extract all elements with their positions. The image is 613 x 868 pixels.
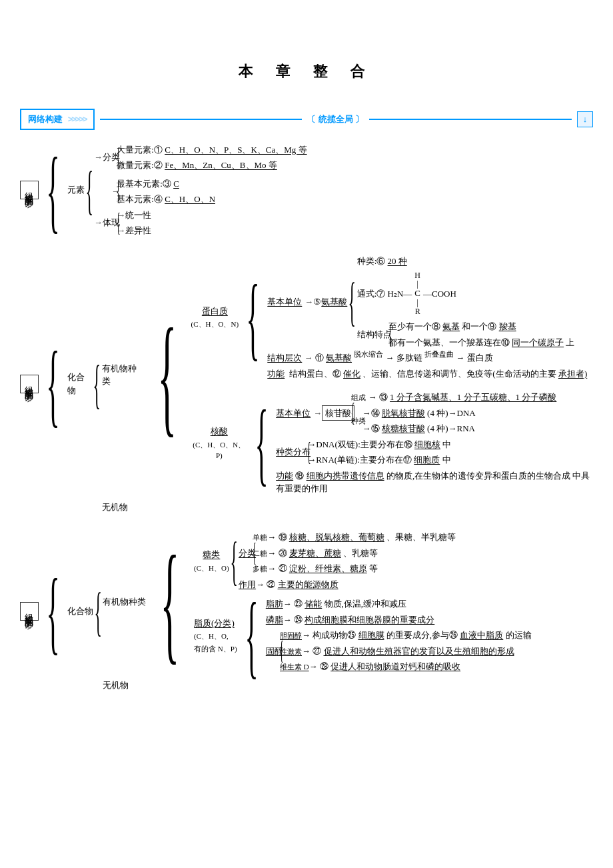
nfn: ⑱	[295, 471, 304, 481]
ntc-num: ⑬	[379, 392, 388, 402]
di-val: 麦芽糖、蔗糖	[289, 548, 341, 558]
chol-t1: 构成动物㉕	[312, 630, 356, 640]
fat-lbl: 脂肪	[266, 599, 283, 609]
levels-num: ⑪	[315, 353, 324, 363]
mono-num: ⑲	[279, 532, 287, 542]
ntc-val: 1 分子含氮碱基、1 分子五碳糖、1 分子磷酸	[390, 392, 556, 402]
ft3: 承担者)	[558, 369, 587, 379]
struct-label: 结构特点	[357, 328, 392, 341]
sl2c: 上	[566, 337, 574, 347]
nt-label: 核苷酸	[322, 405, 354, 421]
protein-label: 蛋白质	[191, 305, 239, 318]
sl1d: 羧基	[499, 321, 516, 331]
vitd-num: ㉘	[320, 661, 328, 671]
sl1b: 氨基	[442, 321, 460, 331]
lvl-a1: 脱水缩合	[354, 350, 383, 358]
lipid-elem2: 有的含 N、P)	[194, 643, 237, 655]
row-nfunc: 功能 ⑱ 细胞内携带遗传信息 的物质,在生物体的遗传变异和蛋白质的生物合成 中具…	[276, 469, 593, 495]
phos-num: ㉔	[294, 615, 303, 625]
vitd-val: 促进人和动物肠道对钙和磷的吸收	[330, 661, 460, 671]
formula-left: H₂N	[388, 287, 404, 301]
most-basic-val: C	[173, 179, 179, 189]
ntk1n: ⑭	[371, 408, 380, 418]
micro-val: Fe、Mn、Zn、Cu、B、Mo 等	[165, 160, 277, 170]
label-elements: 元素	[67, 183, 85, 197]
ddv: 细胞核	[414, 439, 440, 449]
row-phos: 磷脂→ ㉔ 构成细胞膜和细胞器膜的重要成分	[266, 613, 532, 627]
poly-val: 淀粉、纤维素、糖原	[289, 563, 367, 573]
row-vitd: 维生素 D→ ㉘ 促进人和动物肠道对钙和磷的吸收	[280, 660, 532, 673]
root-box-2: 组成细胞的分子	[20, 375, 39, 393]
dist-label: 种类分布	[276, 445, 310, 459]
row-sugar-func: 作用→ ㉒ 主要的能源物质	[239, 578, 456, 591]
row-macro: 大量元素:① C、H、O、N、P、S、K、Ca、Mg 等	[117, 143, 306, 157]
sugar-label: 糖类	[194, 548, 229, 561]
row-diff: →差异性	[117, 224, 151, 237]
chol-t2u: 血液中脂质	[460, 630, 503, 640]
row-nt-comp: 组成 → ⑬ 1 分子含氮碱基、1 分子五碳糖、1 分子磷酸	[351, 391, 556, 404]
root-box: 组成细胞的分子	[20, 181, 39, 199]
poly-tail: 等	[369, 563, 378, 573]
basic-val: C、H、O、N	[165, 194, 215, 204]
ntk1t: (4 种)→DNA	[427, 408, 476, 418]
bracket-label: 〔 统揽全局 〕	[307, 113, 364, 126]
fat-num: ㉓	[294, 599, 303, 609]
nft1: 细胞内携带遗传信息	[306, 471, 384, 481]
lvl-a2: 折叠盘曲	[424, 350, 454, 358]
nucleic-elem: (C、H、O、N、P)	[191, 439, 247, 461]
sexh-val: 促进人和动物生殖器官的发育以及生殖细胞的形成	[324, 646, 514, 656]
protein-elem: (C、H、O、N)	[191, 319, 239, 330]
fat-val: 储能	[305, 599, 322, 609]
aa-val: 氨基酸	[321, 295, 347, 309]
nft2: 的物质,在生物体的遗传变异和蛋白质的生物合成	[386, 471, 570, 481]
ntk2n: ⑮	[371, 423, 380, 433]
label-organic: 有机物种类	[102, 362, 143, 388]
label-compound-2: 化合物	[67, 605, 93, 618]
nfunc-label: 功能	[276, 471, 293, 481]
sl1a: 至少有一个⑧	[388, 321, 440, 331]
lvl1: 氨基酸	[326, 353, 352, 363]
row-levels: 结构层次 → ⑪ 氨基酸 脱水缩合 → 多肽链 折叠盘曲	[267, 351, 587, 365]
ddt: 中	[442, 439, 451, 449]
row-struct2: 都有一个氨基、一个羧基连在⑩ 同一个碳原子 上	[388, 336, 575, 349]
lvl3: 蛋白质	[467, 353, 493, 363]
row-di: 二糖→ ⑳ 麦芽糖、蔗糖 、乳糖等	[253, 547, 456, 560]
diagram-protein-nucleic: 组成细胞的分子 { 化合物 { 有机物种类 {	[20, 255, 593, 514]
mono-val: 核糖、脱氧核糖、葡萄糖	[289, 532, 384, 542]
dd: DNA(双链):主要分布在⑯	[316, 439, 412, 449]
sexh-num: ㉗	[312, 646, 321, 656]
drv: 细胞质	[414, 455, 440, 465]
di-tail: 、乳糖等	[343, 548, 378, 558]
micro-label: 微量元素:②	[117, 160, 163, 170]
ft1: 结构蛋白、⑫	[289, 369, 341, 379]
row-chol: 胆固醇→ 构成动物㉕ 细胞膜 的重要成分,参与㉖ 血液中脂质 的运输	[280, 629, 532, 642]
general-label: 通式:⑦	[357, 289, 386, 299]
func-label: 功能	[267, 369, 285, 379]
chevron-icon: >>>>>	[68, 114, 87, 124]
row-most-basic: 最基本元素:③ C	[117, 177, 215, 191]
label-inorganic-2: 无机物	[103, 676, 531, 692]
row-poly: 多糖→ ㉑ 淀粉、纤维素、糖原 等	[253, 562, 456, 575]
kinds-val: 20 种	[388, 256, 407, 266]
phos-val: 构成细胞膜和细胞器膜的重要成分	[305, 615, 434, 625]
drt: 中	[442, 455, 451, 465]
macro-val: C、H、O、N、P、S、K、Ca、Mg 等	[165, 145, 306, 155]
sf-val: 主要的能源物质	[278, 579, 338, 589]
kinds-label: 种类:⑥	[357, 256, 386, 266]
dr: RNA(单链):主要分布在⑰	[316, 455, 412, 465]
lipid-label: 脂质(分类)	[194, 617, 237, 630]
row-formula: 通式:⑦ H₂N — H |	[357, 271, 575, 316]
chol-t3: 的运输	[506, 630, 532, 640]
section-label: 网络构建 >>>>>	[20, 109, 95, 130]
lipid-elem1: (C、H、O,	[194, 631, 237, 642]
ft2: 、运输、信息传递和调节、免疫等(生命活动的主要	[362, 369, 556, 379]
row-nt-k1: →⑭ 脱氧核苷酸 (4 种)→DNA	[362, 407, 476, 420]
row-fat: 脂肪→ ㉓ 储能 物质,保温,缓冲和减压	[266, 597, 532, 611]
row-micro: 微量元素:② Fe、Mn、Zn、Cu、B、Mo 等	[117, 159, 306, 172]
di-num: ⑳	[279, 548, 287, 558]
levels-label: 结构层次	[267, 353, 302, 363]
macro-label: 大量元素:①	[117, 145, 163, 155]
label-inorganic: 无机物	[102, 498, 593, 514]
row-sexh: 性激素→ ㉗ 促进人和动物生殖器官的发育以及生殖细胞的形成	[280, 645, 532, 658]
ft1u: 催化	[343, 369, 360, 379]
